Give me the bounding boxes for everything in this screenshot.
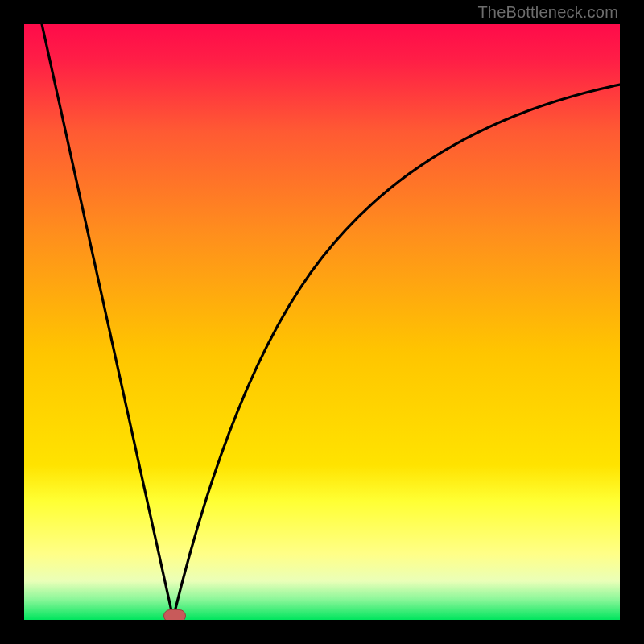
curve-right-limb bbox=[173, 85, 620, 618]
chart-frame: TheBottleneck.com bbox=[0, 0, 644, 644]
minimum-marker bbox=[163, 609, 186, 620]
watermark-text: TheBottleneck.com bbox=[477, 3, 618, 22]
plot-area bbox=[24, 24, 620, 620]
bottleneck-curve bbox=[24, 24, 620, 620]
curve-left-limb bbox=[42, 24, 173, 618]
